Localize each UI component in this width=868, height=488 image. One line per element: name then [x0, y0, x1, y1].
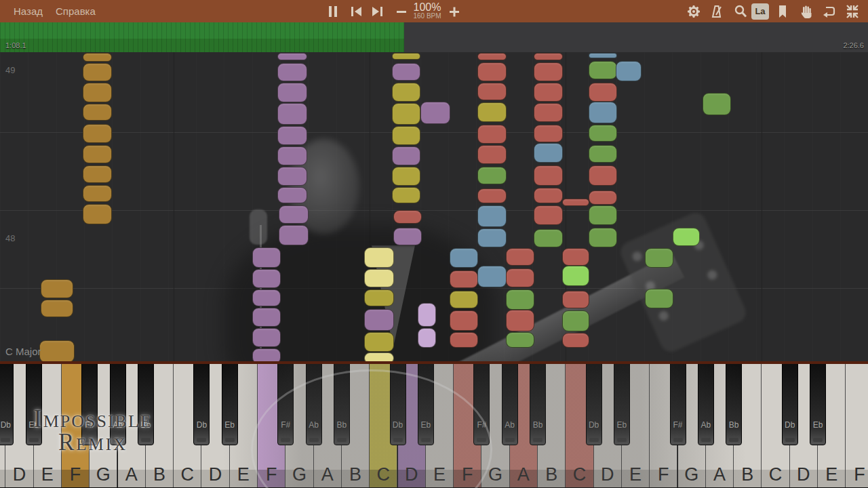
black-key-F#[interactable]: F# — [277, 363, 294, 445]
note-block-red — [477, 145, 507, 164]
note-block-red — [534, 188, 563, 203]
note-block-green — [477, 167, 507, 184]
note-block-purple — [392, 63, 420, 81]
white-key-label: F — [846, 464, 868, 485]
collapse-fullscreen-icon[interactable] — [844, 3, 861, 20]
note-block-purple — [364, 309, 394, 331]
skip-to-end-icon[interactable] — [370, 3, 386, 20]
help-button[interactable]: Справка — [56, 0, 96, 22]
note-block-lightpurple — [418, 328, 436, 348]
note-block-red — [506, 268, 534, 287]
white-key-label: E — [622, 464, 649, 485]
note-block-orange — [83, 104, 112, 121]
black-key-label: Ab — [111, 420, 125, 430]
white-key-label: G — [678, 464, 705, 485]
white-key-label: A — [118, 464, 145, 485]
note-block-red — [534, 53, 563, 60]
white-key-label: B — [538, 464, 565, 485]
note-block-blue — [477, 205, 507, 227]
white-key-label: F — [258, 464, 285, 485]
note-block-green — [645, 248, 673, 268]
note-block-blue — [477, 266, 507, 287]
metronome-icon[interactable] — [709, 3, 725, 20]
note-names-la-icon[interactable]: La — [751, 3, 769, 20]
black-key-Bb[interactable]: Bb — [334, 363, 350, 445]
white-key-label: B — [342, 464, 369, 485]
progress-bar[interactable]: 1:08.1 2:26.6 — [0, 22, 868, 52]
pause-icon[interactable] — [325, 3, 341, 20]
note-block-red — [534, 205, 563, 225]
note-block-red — [534, 165, 563, 186]
note-block-greenBright — [673, 228, 700, 246]
hand-drag-icon[interactable] — [798, 3, 814, 20]
black-key-label: Bb — [530, 420, 545, 430]
black-key-Eb[interactable]: Eb — [418, 363, 434, 445]
remaining-time: 2:26.6 — [843, 41, 864, 49]
black-key-label: Bb — [334, 420, 349, 430]
note-block-purple — [277, 146, 307, 165]
note-block-orange — [83, 145, 112, 163]
black-key-Bb[interactable]: Bb — [726, 363, 742, 445]
white-key-label: D — [398, 464, 425, 485]
note-block-lightpurple — [418, 303, 436, 327]
loop-icon[interactable] — [821, 3, 837, 20]
black-key-Bb[interactable]: Bb — [138, 363, 154, 445]
white-key-F[interactable]: F — [846, 363, 868, 487]
note-block-purple — [279, 225, 309, 245]
black-key-Eb[interactable]: Eb — [26, 363, 42, 445]
black-key-Db[interactable]: Db — [193, 363, 210, 445]
tempo-plus-icon[interactable] — [446, 3, 462, 20]
note-block-orange — [83, 53, 112, 62]
black-key-F#[interactable]: F# — [473, 363, 490, 445]
note-block-purple — [252, 348, 281, 363]
note-block-red — [450, 270, 478, 288]
note-block-red — [477, 125, 507, 144]
note-block-green — [562, 310, 589, 331]
note-block-red — [562, 248, 589, 266]
note-block-green — [534, 229, 563, 247]
note-block-purple — [279, 205, 309, 224]
black-key-Ab[interactable]: Ab — [306, 363, 322, 445]
skip-to-start-icon[interactable] — [348, 3, 364, 20]
toolbar: Назад Справка 100% 160 BPM La — [0, 0, 868, 23]
black-key-Bb[interactable]: Bb — [530, 363, 546, 445]
measure-number: 48 — [5, 233, 15, 243]
note-block-red — [477, 83, 507, 100]
white-key-label: F — [454, 464, 481, 485]
bookmark-icon[interactable] — [774, 3, 791, 20]
white-key-label: F — [650, 464, 677, 485]
black-key-F#[interactable]: F# — [81, 363, 98, 445]
tempo-bpm: 160 BPM — [410, 13, 445, 20]
settings-gear-icon[interactable] — [686, 3, 702, 20]
key-signature-label: C Major — [5, 346, 41, 357]
note-block-green — [645, 289, 673, 308]
note-block-orange — [83, 83, 112, 102]
black-key-Eb[interactable]: Eb — [222, 363, 238, 445]
back-button[interactable]: Назад — [14, 0, 43, 22]
note-block-yellow — [392, 167, 420, 186]
note-block-red — [477, 62, 507, 81]
tempo-minus-icon[interactable] — [393, 3, 410, 20]
note-block-blue — [534, 143, 563, 163]
black-key-label: Eb — [418, 420, 433, 430]
synthesia-window: Назад Справка 100% 160 BPM La — [0, 0, 868, 488]
black-key-Ab[interactable]: Ab — [110, 363, 126, 445]
black-key-Db[interactable]: Db — [586, 363, 602, 445]
black-key-Ab[interactable]: Ab — [502, 363, 518, 445]
black-key-Eb[interactable]: Eb — [614, 363, 630, 445]
white-key-label: D — [594, 464, 621, 485]
black-key-Ab[interactable]: Ab — [698, 363, 714, 445]
note-block-red — [534, 83, 563, 102]
black-key-Eb[interactable]: Eb — [810, 363, 826, 445]
note-block-red — [562, 199, 589, 206]
white-key-label: E — [818, 464, 845, 485]
white-key-label: A — [510, 464, 537, 485]
black-key-Db[interactable]: Db — [782, 363, 798, 445]
black-key-Db[interactable]: Db — [390, 363, 406, 445]
zoom-magnifier-icon[interactable] — [732, 3, 749, 20]
white-key-label: C — [762, 464, 789, 485]
black-key-F#[interactable]: F# — [670, 363, 686, 445]
tempo-percent: 100% — [410, 1, 445, 13]
note-block-green — [589, 145, 617, 163]
black-key-Db[interactable]: Db — [0, 363, 14, 445]
